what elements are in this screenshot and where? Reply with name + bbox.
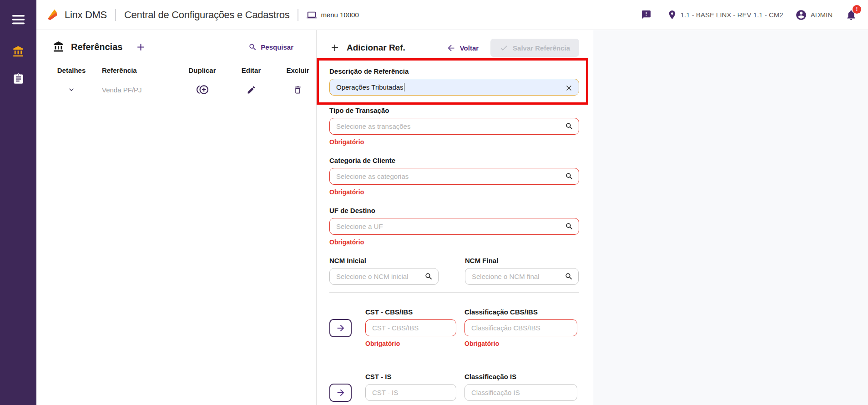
reference-name: Venda PF/PJ <box>94 86 176 94</box>
search-icon <box>248 43 257 51</box>
back-button[interactable]: Voltar <box>446 43 479 53</box>
search-label: Pesquisar <box>261 43 293 51</box>
apply-cst-cbs-button[interactable] <box>329 319 352 337</box>
field-label: UF de Destino <box>329 207 579 214</box>
classificacao-is-input[interactable] <box>464 384 577 401</box>
ncm-row: NCM Inicial NCM Final <box>329 257 579 285</box>
top-bar: Linx DMS Central de Configurações e Cada… <box>36 0 868 30</box>
sidebar <box>0 0 36 405</box>
table-header-row: Detalhes Referência Duplicar Editar Excl… <box>49 66 322 79</box>
required-message: Obrigatório <box>329 188 579 196</box>
top-bar-right: 1.1 - BASE LINX - REV 1.1 - CM2 ADMIN ! <box>641 9 857 21</box>
account-icon <box>795 9 807 21</box>
field-label: CST - CBS/IBS <box>365 308 456 316</box>
sidebar-item-configuracoes[interactable] <box>8 43 28 60</box>
field-label: Descrição de Referência <box>329 67 579 75</box>
form-title: Adicionar Ref. <box>347 43 405 53</box>
field-label: NCM Inicial <box>329 257 439 264</box>
location-pin-icon <box>667 10 677 20</box>
check-icon <box>500 44 508 52</box>
brand-name: Linx DMS <box>65 9 107 21</box>
feedback-icon <box>641 10 651 20</box>
location-indicator[interactable]: 1.1 - BASE LINX - REV 1.1 - CM2 <box>667 10 783 20</box>
references-panel: Referências Pesquisar Detalhes Referênci… <box>36 30 316 405</box>
cst-cbs-ibs-input[interactable] <box>365 319 456 336</box>
bank-icon <box>53 41 65 53</box>
clipboard-icon <box>12 73 25 85</box>
text-caret <box>404 83 405 91</box>
ncm-final-input[interactable] <box>465 268 579 285</box>
search-button[interactable]: Pesquisar <box>248 43 293 51</box>
plus-icon <box>329 42 340 53</box>
add-reference-button[interactable] <box>135 41 146 53</box>
app-root: Linx DMS Central de Configurações e Cada… <box>0 0 868 405</box>
form-header: Adicionar Ref. Voltar Salvar Referência <box>329 38 579 57</box>
field-ncm-inicial: NCM Inicial <box>329 257 439 285</box>
column-header-excluir: Excluir <box>274 66 322 74</box>
divider <box>298 9 298 21</box>
sidebar-item-cadastros[interactable] <box>8 70 28 87</box>
expand-details-button[interactable] <box>67 85 76 94</box>
menu-code-label: menu 10000 <box>321 11 358 19</box>
hamburger-menu-button[interactable] <box>8 11 28 28</box>
descricao-input[interactable]: Operações Tributadas <box>329 79 579 96</box>
column-header-editar: Editar <box>228 66 274 74</box>
section-divider <box>329 292 579 293</box>
add-reference-form-panel: Adicionar Ref. Voltar Salvar Referência … <box>316 30 593 405</box>
field-cst-is: CST - IS <box>365 373 456 402</box>
cst-is-input[interactable] <box>365 384 456 401</box>
classificacao-cbs-ibs-input[interactable] <box>464 319 577 336</box>
back-label: Voltar <box>460 44 479 52</box>
plus-icon <box>135 41 146 53</box>
save-label: Salvar Referência <box>513 44 570 52</box>
field-label: Categoria de Cliente <box>329 157 579 164</box>
feedback-button[interactable] <box>641 10 651 20</box>
field-label: Tipo de Transação <box>329 106 579 114</box>
edit-button[interactable] <box>247 85 256 95</box>
bank-icon <box>12 46 25 58</box>
required-message: Obrigatório <box>329 138 579 146</box>
username-label: ADMIN <box>811 11 833 19</box>
pencil-icon <box>247 85 256 95</box>
field-ncm-final: NCM Final <box>465 257 579 285</box>
arrow-right-icon <box>336 388 346 398</box>
cst-is-row: CST - IS Classificação IS <box>329 373 579 402</box>
field-label: Classificação IS <box>464 373 577 380</box>
column-header-referencia: Referência <box>94 66 176 74</box>
field-label: CST - IS <box>365 373 456 380</box>
notifications-button[interactable]: ! <box>845 9 857 21</box>
table-row: Venda PF/PJ <box>49 79 322 100</box>
notification-badge: ! <box>853 5 861 14</box>
chevron-down-icon <box>67 85 76 94</box>
field-uf-destino: UF de Destino Obrigatório <box>329 207 579 246</box>
linx-logo <box>45 8 59 22</box>
duplicate-button[interactable] <box>197 84 208 96</box>
field-label: NCM Final <box>465 257 579 264</box>
uf-destino-input[interactable] <box>329 218 579 235</box>
duplicate-icon <box>197 84 208 96</box>
field-classificacao-is: Classificação IS <box>464 373 577 402</box>
required-message: Obrigatório <box>464 340 577 347</box>
apply-cst-is-button[interactable] <box>329 384 352 402</box>
user-menu-button[interactable]: ADMIN <box>795 9 833 21</box>
arrow-left-icon <box>446 43 456 53</box>
required-message: Obrigatório <box>365 340 456 347</box>
references-title: Referências <box>71 42 122 52</box>
save-reference-button[interactable]: Salvar Referência <box>490 39 579 57</box>
ncm-inicial-input[interactable] <box>329 268 439 285</box>
references-table: Detalhes Referência Duplicar Editar Excl… <box>49 66 322 100</box>
delete-button[interactable] <box>293 85 303 95</box>
column-header-detalhes: Detalhes <box>49 66 94 74</box>
categoria-cliente-input[interactable] <box>329 168 579 185</box>
field-descricao: Descrição de Referência Operações Tribut… <box>329 67 579 96</box>
trash-icon <box>293 85 303 95</box>
clear-descricao-button[interactable] <box>563 82 575 94</box>
cst-cbs-row: CST - CBS/IBS Obrigatório Classificação … <box>329 308 579 347</box>
page-title: Central de Configurações e Cadastros <box>124 9 289 21</box>
laptop-icon <box>307 10 317 20</box>
tipo-transacao-input[interactable] <box>329 118 579 135</box>
menu-icon <box>12 15 25 25</box>
close-icon <box>565 84 573 92</box>
form-add-button[interactable] <box>329 42 340 53</box>
field-classificacao-cbs-ibs: Classificação CBS/IBS Obrigatório <box>464 308 577 347</box>
